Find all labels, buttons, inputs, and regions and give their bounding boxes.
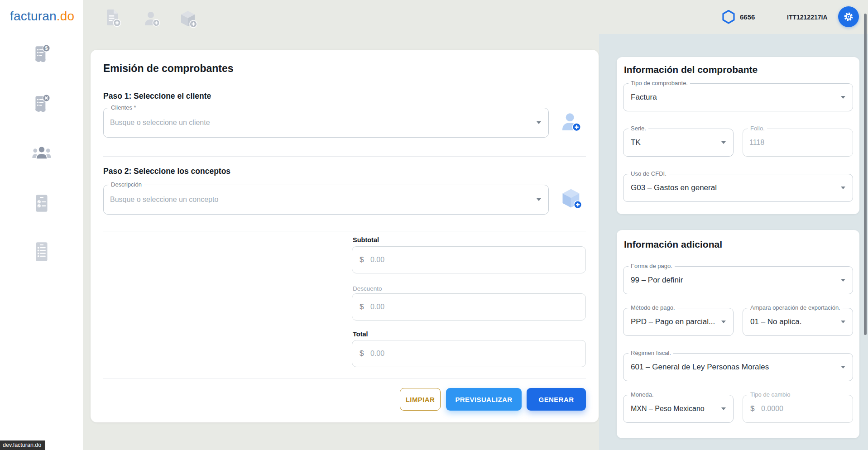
uso-cfdi-select[interactable]: Uso de CFDI. G03 – Gastos en general [623,174,853,202]
rfc-text: ITT1212217IA [787,14,828,21]
emission-card: Emisión de comprobantes Paso 1: Seleccio… [91,50,599,422]
tipo-comprobante-select[interactable]: Tipo de comprobante. Factura [623,83,853,111]
total-field[interactable]: $ [352,340,586,367]
app-logo[interactable]: facturan.do [10,9,74,24]
comprobante-panel-title: Información del comprobante [624,64,758,75]
ampara-exportacion-label: Ampara operación de exportación. [748,304,843,311]
step2-heading: Paso 2: Seleccione los conceptos [103,167,230,176]
document-list-icon [31,241,53,263]
page-scrollbar[interactable] [864,14,867,335]
serie-value: TK [631,138,641,147]
credits-indicator[interactable]: 6656 [721,0,755,34]
account-rfc[interactable]: ITT1212217IA [787,0,828,34]
cube-add-icon [177,8,198,29]
tipo-cambio-field[interactable]: Tipo de cambio $ [743,395,853,423]
chevron-down-icon[interactable] [721,407,726,410]
divider [103,231,586,231]
add-concept-button[interactable] [560,187,583,211]
tipo-comprobante-value: Factura [631,93,657,102]
invoice-paid-icon: $ [31,43,53,65]
folio-field[interactable]: Folio. [743,129,853,157]
currency-prefix: $ [360,302,364,311]
sidebar-item-invoices-paid[interactable]: $ [31,43,53,65]
serie-select[interactable]: Serie. TK [623,129,734,157]
svg-text:✓: ✓ [38,201,40,203]
clients-icon [31,144,53,162]
chevron-down-icon[interactable] [841,187,845,189]
forma-pago-label: Forma de pago. [628,263,675,269]
uso-cfdi-value: G03 – Gastos en general [631,183,717,192]
report-check-icon: ✓ ✓ [31,192,53,214]
adicional-panel: Información adicional Forma de pago. 99 … [617,230,859,438]
new-client-button[interactable] [143,10,161,30]
ampara-exportacion-select[interactable]: Ampara operación de exportación. 01 – No… [743,308,853,336]
sidebar: facturan.do $ [0,0,83,450]
adicional-panel-title: Información adicional [624,239,722,250]
descuento-label: Descuento [353,285,382,292]
invoice-cancel-icon [31,93,53,115]
settings-button[interactable] [838,6,859,27]
credits-count: 6656 [740,13,755,21]
client-combobox[interactable]: Clientes * [103,108,549,138]
forma-pago-select[interactable]: Forma de pago. 99 – Por definir [623,266,853,294]
concept-search-input[interactable] [110,185,533,214]
add-client-button[interactable] [560,111,582,135]
moneda-value: MXN – Peso Mexicano [631,405,705,413]
chevron-down-icon[interactable] [841,366,845,369]
folio-input[interactable] [749,129,837,156]
uso-cfdi-label: Uso de CFDI. [628,170,669,177]
sidebar-item-reports[interactable]: ✓ ✓ [31,192,53,214]
new-invoice-button[interactable] [102,7,123,30]
metodo-pago-select[interactable]: Método de pago. PPD – Pago en parcial... [623,308,734,336]
gear-icon [843,11,854,22]
ampara-exportacion-value: 01 – No aplica. [750,317,801,326]
currency-prefix: $ [360,349,364,358]
chevron-down-icon[interactable] [537,121,541,124]
logo-tld: .do [57,9,75,23]
chevron-down-icon[interactable] [721,141,726,144]
chevron-down-icon[interactable] [841,279,845,282]
limpiar-button[interactable]: LIMPIAR [400,388,441,411]
currency-prefix: $ [360,255,364,264]
total-label: Total [353,330,368,338]
chevron-down-icon[interactable] [721,321,726,323]
svg-text:$: $ [45,46,48,51]
subtotal-field[interactable]: $ [352,246,586,273]
currency-prefix: $ [750,404,754,413]
new-product-button[interactable] [177,8,198,31]
moneda-label: Moneda. [628,391,656,398]
subtotal-input[interactable] [370,247,576,273]
tipo-cambio-input[interactable] [761,395,844,422]
metodo-pago-value: PPD – Pago en parcial... [631,317,715,326]
browser-status-url: dev.facturan.do [0,440,45,450]
metodo-pago-label: Método de pago. [628,304,677,311]
step1-heading: Paso 1: Seleccione el cliente [103,91,211,101]
chevron-down-icon[interactable] [841,96,845,99]
person-add-icon [143,10,161,28]
chevron-down-icon[interactable] [537,198,541,201]
regimen-fiscal-value: 601 – General de Ley Personas Morales [631,363,769,372]
logo-text: facturan [10,9,57,23]
page-title: Emisión de comprobantes [103,62,234,75]
concept-combobox[interactable]: Descripción [103,185,549,215]
sidebar-item-documents[interactable] [31,241,53,263]
descuento-field[interactable]: $ [352,293,586,321]
regimen-fiscal-select[interactable]: Régimen fiscal. 601 – General de Ley Per… [623,353,853,381]
sidebar-item-invoices-cancelled[interactable] [31,93,53,115]
descuento-input[interactable] [370,294,576,320]
forma-pago-value: 99 – Por definir [631,276,683,285]
svg-text:✓: ✓ [38,205,40,207]
divider [103,156,586,157]
moneda-select[interactable]: Moneda. MXN – Peso Mexicano [623,395,734,423]
hexagon-icon [721,10,736,24]
person-add-blue-icon [560,111,582,134]
total-input[interactable] [370,340,576,367]
serie-label: Serie. [628,125,648,132]
chevron-down-icon[interactable] [841,321,845,323]
previsualizar-button[interactable]: PREVISUALIZAR [446,388,522,411]
generar-button[interactable]: GENERAR [527,388,586,411]
cube-add-blue-icon [560,187,583,210]
client-search-input[interactable] [110,108,533,137]
sidebar-item-clients[interactable] [31,144,53,166]
divider [103,378,586,378]
